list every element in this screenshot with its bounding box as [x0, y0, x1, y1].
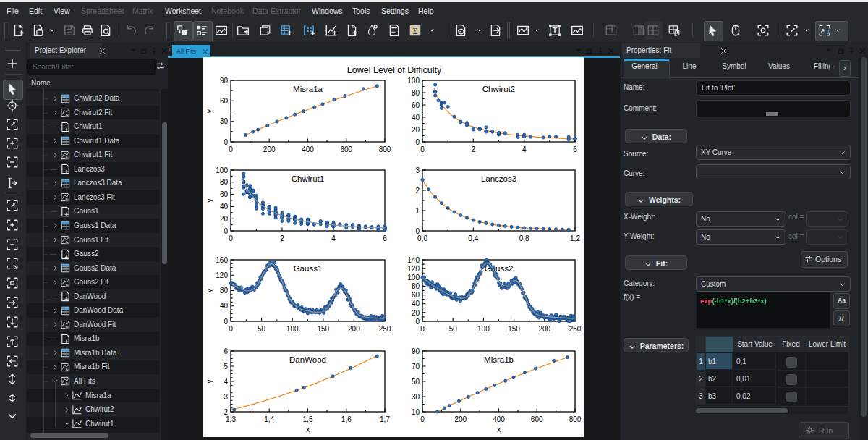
svg-text:200: 200 [538, 325, 550, 333]
svg-text:1,3: 1,3 [226, 415, 236, 423]
svg-text:2: 2 [415, 187, 420, 195]
svg-text:10: 10 [412, 408, 420, 416]
svg-text:30: 30 [220, 117, 229, 125]
svg-text:Chwirut1: Chwirut1 [292, 174, 324, 183]
svg-text:fx: fx [66, 381, 69, 386]
svg-text:0,8: 0,8 [519, 234, 529, 242]
svg-text:90: 90 [412, 347, 420, 355]
svg-text:80: 80 [220, 178, 229, 186]
svg-text:90: 90 [220, 77, 229, 85]
svg-text:Gauss1: Gauss1 [294, 264, 323, 273]
svg-text:100: 100 [477, 325, 490, 333]
svg-text:fx: fx [66, 283, 69, 287]
svg-text:250: 250 [569, 325, 582, 333]
svg-text:fx: fx [66, 240, 69, 245]
svg-text:1,5: 1,5 [303, 415, 313, 423]
svg-text:30: 30 [412, 393, 420, 401]
svg-text:800: 800 [379, 145, 391, 153]
svg-text:0: 0 [224, 318, 228, 326]
svg-text:Chwirut2: Chwirut2 [482, 85, 515, 93]
svg-text:0: 0 [224, 138, 228, 146]
svg-text:120: 120 [407, 265, 420, 273]
svg-text:1,4: 1,4 [264, 415, 274, 423]
svg-text:0: 0 [229, 145, 233, 153]
svg-text:Lowel Level of Difficulty: Lowel Level of Difficulty [347, 65, 442, 75]
svg-text:y: y [205, 109, 213, 113]
svg-text:fx: fx [66, 156, 69, 160]
svg-text:T: T [553, 26, 558, 35]
svg-text:100: 100 [286, 325, 299, 333]
svg-text:y: y [205, 379, 213, 384]
svg-text:fx: fx [66, 198, 69, 202]
svg-text:80: 80 [412, 282, 420, 290]
svg-text:60: 60 [220, 97, 229, 105]
svg-text:50: 50 [412, 378, 420, 386]
svg-text:40: 40 [220, 203, 229, 211]
svg-text:5: 5 [224, 363, 228, 371]
svg-text:80: 80 [412, 89, 420, 97]
svg-text:1: 1 [827, 28, 830, 35]
svg-text:100: 100 [216, 166, 228, 174]
svg-text:x: x [497, 425, 501, 433]
svg-text:200: 200 [263, 145, 276, 153]
svg-text:250: 250 [379, 325, 391, 333]
svg-text:20: 20 [412, 126, 420, 134]
svg-text:Misra1b: Misra1b [484, 355, 514, 364]
svg-text:800: 800 [569, 415, 582, 423]
svg-text:fx: fx [66, 113, 69, 117]
svg-text:6: 6 [383, 234, 387, 242]
svg-text:60: 60 [412, 291, 420, 299]
svg-text:80: 80 [220, 287, 229, 295]
svg-text:200: 200 [348, 325, 360, 333]
svg-text:4: 4 [331, 234, 336, 242]
svg-text:150: 150 [317, 325, 329, 333]
svg-text:y: y [205, 288, 213, 292]
svg-text:400: 400 [302, 145, 314, 153]
svg-text:120: 120 [216, 271, 228, 279]
svg-text:0: 0 [420, 325, 425, 333]
svg-text:50: 50 [258, 325, 266, 333]
svg-text:200: 200 [454, 415, 467, 423]
svg-text:100: 100 [407, 77, 420, 85]
svg-text:1: 1 [415, 207, 420, 215]
svg-text:0: 0 [224, 227, 228, 235]
svg-text:600: 600 [340, 145, 352, 153]
svg-text:3: 3 [415, 166, 420, 174]
svg-text:60: 60 [220, 190, 229, 198]
svg-text:Lanczos3: Lanczos3 [481, 174, 516, 183]
svg-text:40: 40 [412, 114, 420, 122]
svg-text:0,0: 0,0 [417, 234, 427, 242]
svg-text:1,2: 1,2 [570, 234, 580, 242]
svg-text:160: 160 [216, 256, 228, 264]
svg-text:6: 6 [573, 145, 577, 153]
svg-text:0: 0 [415, 138, 420, 146]
svg-text:4: 4 [224, 378, 228, 386]
svg-text:100: 100 [407, 274, 420, 282]
svg-text:0: 0 [229, 234, 233, 242]
svg-text:2: 2 [472, 145, 476, 153]
svg-text:0: 0 [420, 145, 425, 153]
svg-text:140: 140 [407, 256, 420, 264]
svg-text:fx: fx [66, 368, 69, 372]
svg-text:0: 0 [415, 227, 420, 235]
svg-text:2: 2 [280, 234, 284, 242]
svg-text:3: 3 [224, 393, 228, 401]
svg-text:20: 20 [412, 309, 420, 317]
svg-text:0: 0 [415, 318, 420, 326]
svg-text:20: 20 [220, 215, 229, 223]
svg-text:0: 0 [420, 415, 425, 423]
svg-text:50: 50 [449, 325, 458, 333]
svg-text:40: 40 [220, 302, 229, 310]
svg-text:DanWood: DanWood [289, 355, 326, 364]
svg-text:2: 2 [224, 408, 228, 416]
svg-text:1,7: 1,7 [380, 415, 390, 423]
svg-text:y: y [205, 198, 213, 203]
svg-text:600: 600 [531, 415, 543, 423]
svg-text:4: 4 [522, 145, 527, 153]
svg-text:40: 40 [412, 300, 420, 308]
svg-text:fx: fx [66, 325, 69, 329]
svg-text:60: 60 [412, 101, 420, 109]
svg-text:150: 150 [508, 325, 520, 333]
svg-text:1,6: 1,6 [341, 415, 352, 423]
svg-text:Σ: Σ [412, 26, 417, 36]
